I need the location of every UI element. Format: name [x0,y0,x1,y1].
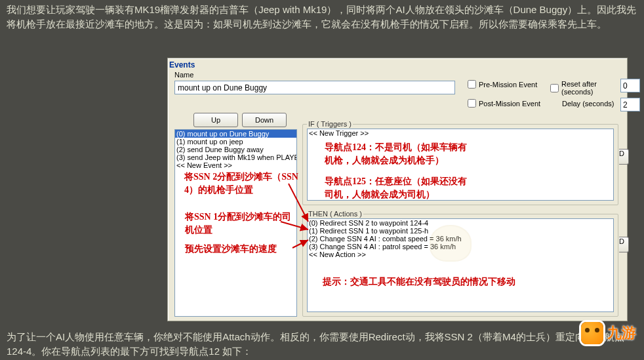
outro-paragraph: 为了让一个AI人物使用任意车辆，你绝对不能使用Attach动作。相反的，你需要使… [7,330,637,359]
move-up-button[interactable]: Up [193,113,238,127]
list-item[interactable]: (2) Change SSN 4 AI : combat speed = 36 … [308,235,613,243]
action-list[interactable]: (0) Redirect SSN 2 to waypoint 124-4 (1)… [307,218,614,312]
logo-icon [581,322,603,344]
logo-text: 九游 [607,323,636,343]
if-label: IF ( Triggers ) [307,120,353,128]
reset-after-checkbox[interactable]: Reset after (seconds) [550,80,627,96]
list-item[interactable]: (0) Redirect SSN 2 to waypoint 124-4 [308,219,613,227]
list-item[interactable]: (1) mount up on jeep [175,138,296,146]
pre-mission-checkbox[interactable]: Pre-Mission Event [468,80,537,89]
list-item[interactable]: (3) Change SSN 4 AI : patrol speed = 36 … [308,243,613,250]
list-item[interactable]: << New Action >> [308,250,613,258]
pre-mission-label: Pre-Mission Event [479,81,537,89]
move-down-button[interactable]: Down [242,113,287,127]
events-panel: Events Name Pre-Mission Event Post-Missi… [167,58,628,321]
event-list[interactable]: (0) mount up on Dune Buggy (1) mount up … [174,129,297,317]
triggers-group: IF ( Triggers ) << New Trigger >> [302,124,618,205]
list-item[interactable]: (3) send Jeep with Mk19 when PLAYER atta… [175,153,296,161]
intro-paragraph: 我们想要让玩家驾驶一辆装有MK19榴弹发射器的吉普车（Jeep with Mk1… [0,0,644,37]
reset-seconds-input[interactable] [620,79,640,92]
reset-after-label: Reset after (seconds) [561,80,627,96]
then-label: THEN ( Actions ) [307,210,363,218]
action-side-button[interactable]: D [619,237,629,252]
delay-seconds-input[interactable] [620,98,640,111]
list-item[interactable]: << New Event >> [175,161,296,169]
list-item[interactable]: (1) Redirect SSN 1 to waypoint 125-h [308,227,613,235]
post-mission-checkbox[interactable]: Post-Mission Event [468,99,540,108]
name-label: Name [174,71,193,79]
post-mission-box[interactable] [468,99,476,108]
event-name-input[interactable] [174,81,455,94]
site-logo: 九游 [581,322,636,344]
list-item[interactable]: (2) send Dune Buggy away [175,146,296,153]
trigger-side-button[interactable]: D [619,149,629,165]
post-mission-label: Post-Mission Event [479,100,540,108]
actions-group: THEN ( Actions ) (0) Redirect SSN 2 to w… [302,214,618,317]
trigger-list[interactable]: << New Trigger >> [307,129,614,201]
delay-label: Delay (seconds) [562,100,614,108]
pre-mission-box[interactable] [468,80,476,89]
list-item[interactable]: << New Trigger >> [308,129,613,137]
panel-title: Events [168,58,627,72]
reset-after-box[interactable] [550,84,559,92]
list-item[interactable]: (0) mount up on Dune Buggy [175,130,296,138]
